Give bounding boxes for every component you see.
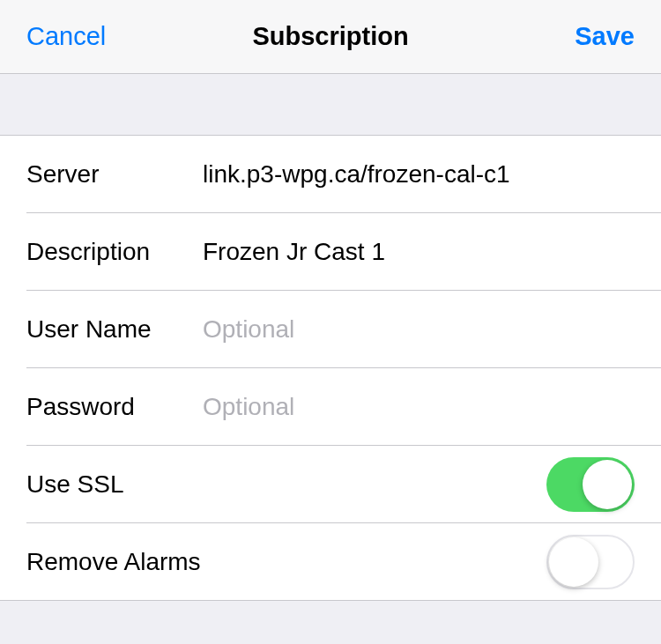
remove-alarms-label: Remove Alarms	[26, 548, 201, 576]
server-label: Server	[26, 160, 203, 189]
use-ssl-toggle[interactable]	[546, 457, 635, 512]
remove-alarms-toggle[interactable]	[546, 535, 635, 589]
save-button[interactable]: Save	[575, 22, 635, 51]
toggle-knob	[549, 537, 598, 587]
username-row: User Name	[0, 291, 661, 368]
toggle-knob	[583, 460, 632, 509]
cancel-button[interactable]: Cancel	[26, 22, 106, 51]
server-row[interactable]: Server link.p3-wpg.ca/frozen-cal-c1	[0, 136, 661, 213]
description-value: Frozen Jr Cast 1	[203, 238, 635, 266]
subscription-form: Server link.p3-wpg.ca/frozen-cal-c1 Desc…	[0, 136, 661, 601]
description-row[interactable]: Description Frozen Jr Cast 1	[0, 213, 661, 291]
use-ssl-row: Use SSL	[0, 446, 661, 523]
password-input[interactable]	[203, 393, 635, 421]
description-label: Description	[26, 238, 203, 266]
use-ssl-label: Use SSL	[26, 470, 203, 499]
remove-alarms-row: Remove Alarms	[0, 523, 661, 601]
password-row: Password	[0, 368, 661, 446]
navigation-bar: Cancel Subscription Save	[0, 0, 661, 74]
username-input[interactable]	[203, 315, 635, 344]
page-title: Subscription	[252, 22, 408, 51]
section-spacer	[0, 74, 661, 136]
username-label: User Name	[26, 315, 203, 344]
server-value: link.p3-wpg.ca/frozen-cal-c1	[203, 160, 635, 189]
password-label: Password	[26, 393, 203, 421]
